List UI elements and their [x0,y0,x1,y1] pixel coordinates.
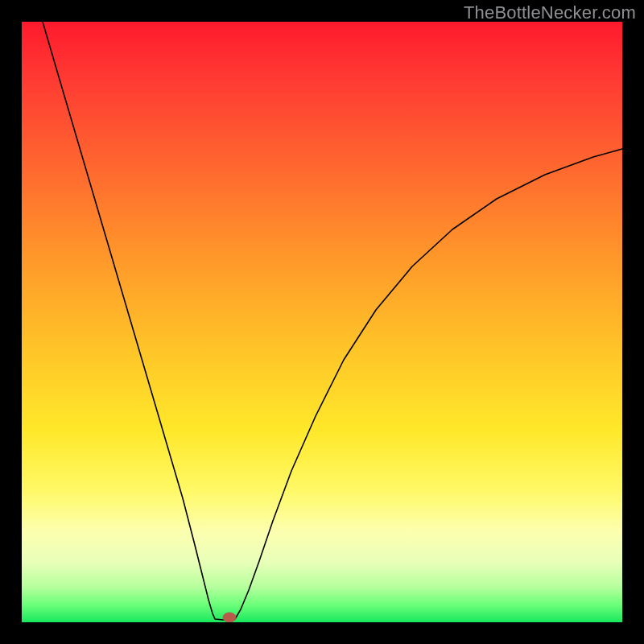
chart-frame: TheBottleNecker.com [0,0,644,644]
plot-area [22,22,622,622]
watermark-text: TheBottleNecker.com [464,2,636,23]
minimum-marker [223,613,236,622]
curve-svg [22,22,622,622]
bottleneck-curve [43,22,622,620]
